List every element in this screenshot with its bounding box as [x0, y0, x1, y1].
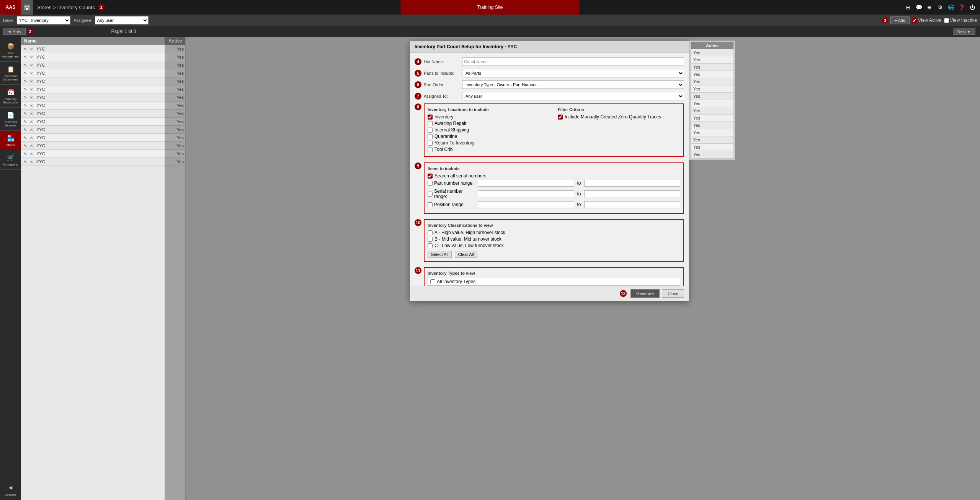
list-item[interactable]: All Inventory Types — [428, 278, 680, 285]
sidebar-item-purchasing[interactable]: 🛒 Purchasing — [0, 150, 21, 170]
assignee-select[interactable]: Any user — [95, 16, 149, 25]
type-all-checkbox[interactable] — [430, 279, 435, 284]
delete-icon[interactable]: ✕ — [29, 54, 34, 60]
settings-icon[interactable]: ⚙ — [936, 3, 944, 11]
sidebar-item-planning-production[interactable]: 📅 Planning Production — [0, 85, 21, 108]
part-number-range-checkbox[interactable] — [428, 181, 433, 186]
assigned-to-select[interactable]: Any user — [462, 92, 684, 100]
location-awaiting-repair-checkbox[interactable] — [428, 121, 433, 126]
view-active-label: View Active — [912, 18, 941, 23]
assigned-to-row: 7 Assigned To: Any user — [415, 92, 684, 100]
edit-icon[interactable]: ✎ — [23, 159, 28, 164]
delete-icon[interactable]: ✕ — [29, 103, 34, 108]
view-active-checkbox[interactable] — [912, 18, 917, 23]
row-name: YYC — [36, 135, 45, 140]
table-row: ✎✕ YYC Yes — [21, 69, 185, 77]
active-header: Active — [691, 42, 733, 49]
location-tool-crib-checkbox[interactable] — [428, 147, 433, 152]
power-icon[interactable]: ⏻ — [969, 3, 976, 11]
serial-number-to-input[interactable] — [584, 190, 681, 197]
sort-order-field: Inventory Type - Owner - Part Number — [462, 80, 684, 89]
edit-icon[interactable]: ✎ — [23, 119, 28, 124]
delete-icon[interactable]: ✕ — [29, 46, 34, 52]
edit-icon[interactable]: ✎ — [23, 127, 28, 132]
edit-icon[interactable]: ✎ — [23, 151, 28, 156]
main-layout: 📦 Item Management 📋 Inspection Documents… — [0, 37, 980, 500]
svg-rect-2 — [28, 6, 29, 7]
class-b-checkbox[interactable] — [428, 237, 433, 242]
location-inventory: Inventory — [428, 114, 550, 120]
view-inactive-checkbox[interactable] — [944, 18, 949, 23]
edit-icon[interactable]: ✎ — [23, 62, 28, 68]
delete-icon[interactable]: ✕ — [29, 143, 34, 148]
edit-icon[interactable]: ✎ — [23, 103, 28, 108]
part-number-from-input[interactable] — [478, 180, 574, 187]
classifications-section: Inventory Classifications to view A - Hi… — [424, 219, 684, 262]
step7-badge: 7 — [415, 93, 421, 100]
sidebar-item-stores[interactable]: 🏪 Stores — [0, 131, 21, 150]
delete-icon[interactable]: ✕ — [29, 127, 34, 132]
location-internal-shipping-checkbox[interactable] — [428, 128, 433, 133]
location-return-checkbox[interactable] — [428, 141, 433, 146]
edit-icon[interactable]: ✎ — [23, 46, 28, 52]
sidebar-item-collapse[interactable]: ◄ Collapse — [0, 480, 21, 500]
location-awaiting-repair: Awaiting Repair — [428, 121, 550, 126]
delete-icon[interactable]: ✕ — [29, 79, 34, 84]
delete-icon[interactable]: ✕ — [29, 111, 34, 116]
class-c-checkbox[interactable] — [428, 243, 433, 248]
edit-icon[interactable]: ✎ — [23, 70, 28, 76]
class-select-all-button[interactable]: Select All — [428, 251, 452, 258]
chat-icon[interactable]: 💬 — [915, 3, 923, 11]
grid-icon[interactable]: ⊞ — [904, 3, 912, 11]
sort-order-select[interactable]: Inventory Type - Owner - Part Number — [462, 80, 684, 89]
position-range-checkbox[interactable] — [428, 202, 433, 207]
delete-icon[interactable]: ✕ — [29, 135, 34, 140]
serial-number-from-input[interactable] — [478, 190, 574, 197]
active-row: Yes — [691, 56, 733, 64]
sidebar-item-technical-records[interactable]: 📄 Technical Records — [0, 108, 21, 131]
add-button[interactable]: + Add — [890, 16, 910, 24]
part-number-to-input[interactable] — [584, 180, 681, 187]
parts-include-select[interactable]: All Parts — [462, 69, 684, 77]
generate-button[interactable]: Generate — [630, 289, 660, 298]
serial-number-range-checkbox[interactable] — [428, 192, 433, 197]
close-button[interactable]: Close — [662, 289, 684, 298]
location-quarantine-checkbox[interactable] — [428, 134, 433, 139]
edit-icon[interactable]: ✎ — [23, 79, 28, 84]
edit-icon[interactable]: ✎ — [23, 143, 28, 148]
prev-button[interactable]: ◄ Prev — [3, 28, 26, 35]
position-from-input[interactable] — [478, 201, 574, 208]
plus-icon[interactable]: ⊕ — [926, 3, 933, 11]
class-a-checkbox[interactable] — [428, 230, 433, 235]
class-clear-all-button[interactable]: Clear All — [455, 251, 477, 258]
delete-icon[interactable]: ✕ — [29, 70, 34, 76]
list-name-input[interactable] — [462, 57, 684, 66]
top-right-icons: ⊞ 💬 ⊕ ⚙ 🌐 ❓ ⏻ — [904, 3, 980, 11]
location-inventory-checkbox[interactable] — [428, 115, 433, 120]
delete-icon[interactable]: ✕ — [29, 87, 34, 92]
globe-icon[interactable]: 🌐 — [947, 3, 955, 11]
search-all-serial-checkbox[interactable] — [428, 174, 433, 179]
next-button[interactable]: Next ► — [953, 28, 975, 35]
table-header: Name Active — [21, 37, 185, 45]
delete-icon[interactable]: ✕ — [29, 159, 34, 164]
edit-icon[interactable]: ✎ — [23, 54, 28, 60]
edit-icon[interactable]: ✎ — [23, 87, 28, 92]
delete-icon[interactable]: ✕ — [29, 151, 34, 156]
edit-icon[interactable]: ✎ — [23, 111, 28, 116]
help-icon[interactable]: ❓ — [958, 3, 965, 11]
step6-badge: 6 — [415, 81, 421, 88]
delete-icon[interactable]: ✕ — [29, 62, 34, 68]
step4-badge: 4 — [415, 58, 421, 65]
edit-icon[interactable]: ✎ — [23, 135, 28, 140]
sidebar-item-inspection-documents[interactable]: 📋 Inspection Documents — [0, 62, 21, 85]
inv-types-list[interactable]: All Inventory Types 100 100-200 — [428, 278, 680, 286]
edit-icon[interactable]: ✎ — [23, 95, 28, 100]
position-to-input[interactable] — [584, 201, 681, 208]
delete-icon[interactable]: ✕ — [29, 95, 34, 100]
base-select[interactable]: YYC - Inventory — [17, 16, 70, 25]
sidebar-item-item-management[interactable]: 📦 Item Management — [0, 39, 21, 62]
base-label: Base: — [3, 18, 14, 23]
filter-zero-qty-checkbox[interactable] — [558, 115, 563, 120]
delete-icon[interactable]: ✕ — [29, 119, 34, 124]
